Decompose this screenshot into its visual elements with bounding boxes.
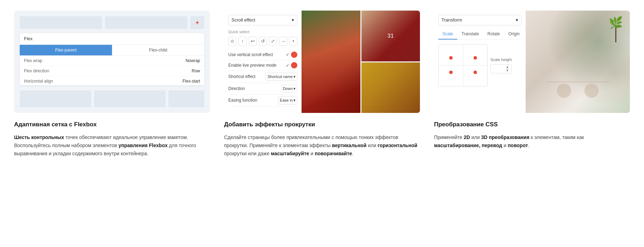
page-wrapper: + Flex Flex-parent Flex-child Flex wrap … [0, 0, 644, 168]
tab-rotate[interactable]: Rotate [483, 29, 504, 40]
tab-translate[interactable]: Translate [457, 29, 483, 40]
scroll-icon-expand[interactable]: ⤢ [269, 37, 277, 46]
tab-flex-child[interactable]: Flex-child [112, 45, 204, 55]
scroll-icon-back[interactable]: ↩ [249, 37, 257, 46]
image-wine-pour [302, 11, 360, 113]
direction-chevron: ▾ [293, 86, 296, 92]
flex-top-row: + [20, 16, 204, 29]
flex-panel-name: Flex [20, 33, 204, 45]
feature-col-flexbox: + Flex Flex-parent Flex-child Flex wrap … [14, 11, 210, 158]
flex-box-empty-1 [20, 16, 102, 29]
arrow-down-icon: ▼ [506, 69, 509, 72]
flexbox-bold-1: Шесть контрольных [14, 134, 64, 140]
preview-panel-transform: Transform ▾ Scale Translate Rotate Origi… [434, 11, 630, 113]
scale-height-control: Scale height ▲ ▼ [490, 57, 512, 73]
scroll-select-label-2: Direction [228, 85, 281, 92]
flex-panel-card: Flex Flex-parent Flex-child Flex wrap No… [20, 33, 204, 85]
transform-bold-2d: 2D [464, 134, 470, 140]
flex-label-halign: Horizontal align [24, 78, 53, 84]
scale-dot-tl[interactable] [449, 56, 453, 60]
easing-value: Ease in [280, 97, 293, 103]
scale-grid [438, 44, 488, 86]
transform-tabs: Scale Translate Rotate Origin [438, 29, 521, 40]
transform-title: Преобразование CSS [434, 120, 630, 129]
plant-decoration [609, 14, 623, 42]
check-icon-2: ✓ [286, 62, 290, 69]
easing-chevron: ▾ [293, 97, 296, 103]
flex-row-direction: Flex direction Row [20, 66, 204, 76]
scroll-bold-scale: масштабируйте [271, 151, 309, 156]
scroll-toggle-label-1: Use vertical scroll effect [228, 52, 286, 58]
scroll-icon-arrow[interactable]: → [279, 37, 287, 46]
scale-height-stepper[interactable]: ▲ ▼ [506, 65, 509, 72]
direction-select[interactable]: Down ▾ [281, 85, 297, 93]
flex-row-wrap: Flex wrap Nowrap [20, 56, 204, 66]
room-image [526, 11, 630, 113]
scroll-effect-dropdown[interactable]: Scroll effect ▾ [228, 15, 297, 25]
scroll-toggle-2[interactable]: ✓ [286, 62, 297, 69]
chevron-down-icon: ▾ [292, 17, 294, 24]
scale-dot-bl[interactable] [449, 71, 453, 74]
plus-icon: + [196, 18, 199, 28]
feature-col-scroll: Scroll effect ▾ Quick select ⊘ ↑ ↩ ↺ ⤢ →… [224, 11, 420, 158]
transform-dropdown[interactable]: Transform ▾ [438, 15, 521, 25]
flex-value-wrap: Nowrap [186, 58, 200, 64]
shortcut-value: Shortcut name [267, 74, 293, 80]
transform-chevron-icon: ▾ [516, 17, 518, 24]
transform-bold-rotate: поворот [508, 143, 528, 148]
transform-bold-3d: 3D преобразования [481, 134, 530, 140]
scroll-toggle-label-2: Enable live preview mode [228, 62, 286, 68]
flex-tabs: Flex-parent Flex-child [20, 45, 204, 56]
feature-col-transform: Transform ▾ Scale Translate Rotate Origi… [434, 11, 630, 158]
scale-dot-br[interactable] [473, 71, 477, 74]
toggle-dot-1 [291, 52, 297, 58]
transform-bold-translate: перевод [482, 143, 502, 148]
scroll-bold-rotate: поворачивайте [315, 151, 352, 156]
number-overlay: 31 [388, 32, 394, 40]
chair-right [584, 84, 599, 98]
scroll-select-row-2: Direction Down ▾ [228, 83, 297, 95]
scale-dot-tr[interactable] [473, 56, 477, 60]
flex-bottom-box-2 [94, 90, 166, 107]
flex-box-plus[interactable]: + [190, 16, 204, 29]
flex-bottom-box-1 [20, 90, 91, 107]
tab-flex-parent[interactable]: Flex-parent [20, 45, 112, 55]
direction-value: Down [283, 86, 293, 92]
table-line [546, 82, 609, 82]
easing-select[interactable]: Ease in ▾ [278, 96, 297, 104]
scroll-toggle-row-2: Enable live preview mode ✓ [228, 60, 297, 71]
transform-bold-scale: масштабирование, [434, 143, 480, 148]
image-gold-food [361, 62, 420, 113]
scroll-toggle-1[interactable]: ✓ [286, 51, 297, 58]
flexbox-bold-2: управления Flexbox [118, 143, 168, 148]
scroll-icon-dot[interactable]: • [289, 37, 297, 46]
preview-panel-scroll: Scroll effect ▾ Quick select ⊘ ↑ ↩ ↺ ⤢ →… [224, 11, 420, 113]
scroll-left-panel: Scroll effect ▾ Quick select ⊘ ↑ ↩ ↺ ⤢ →… [224, 11, 302, 113]
flex-value-halign: Flex-start [182, 78, 200, 84]
scroll-bold-horizontal: горизонтальной [378, 143, 417, 148]
scroll-select-label-1: Shortcut effect [228, 73, 266, 80]
quick-select-label: Quick select [228, 29, 297, 35]
flex-box-empty-2 [105, 16, 187, 29]
flex-label-direction: Flex direction [24, 68, 49, 74]
scroll-effect-label: Scroll effect [231, 17, 255, 24]
scroll-icon-up[interactable]: ↑ [239, 37, 247, 46]
tab-scale[interactable]: Scale [438, 29, 457, 40]
scroll-select-row-3: Easing function Ease in ▾ [228, 95, 297, 107]
scroll-toggle-row-1: Use vertical scroll effect ✓ [228, 49, 297, 60]
scroll-icon-none[interactable]: ⊘ [228, 37, 236, 46]
flex-label-wrap: Flex wrap [24, 58, 42, 64]
transform-right-image [526, 11, 630, 113]
toggle-dot-2 [291, 62, 297, 68]
flex-bottom-row [20, 90, 204, 107]
scroll-right-images: 31 [302, 11, 420, 113]
image-wine-glass: 31 [361, 11, 420, 61]
scale-height-label: Scale height [490, 57, 512, 63]
shortcut-name-select[interactable]: Shortcut name ▾ [266, 73, 297, 81]
scroll-icon-rotate[interactable]: ↺ [259, 37, 267, 46]
scroll-select-label-3: Easing function [228, 97, 278, 103]
transform-desc: Применяйте 2D или 3D преобразования к эл… [434, 133, 630, 150]
check-icon-1: ✓ [286, 51, 290, 58]
tab-origin[interactable]: Origin [504, 29, 524, 40]
shortcut-chevron: ▾ [293, 74, 296, 80]
